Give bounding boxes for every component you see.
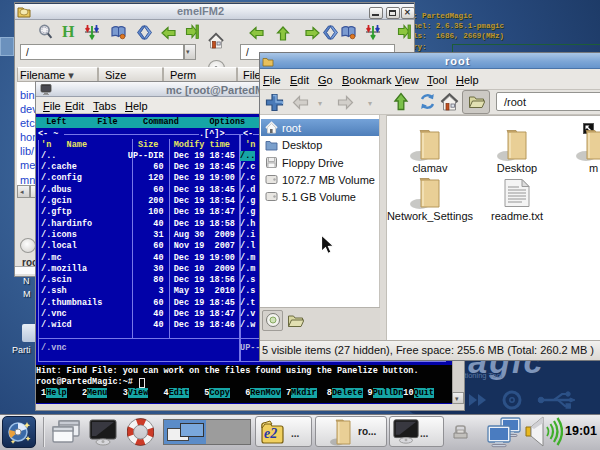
svg-text:e2: e2 <box>264 426 277 441</box>
